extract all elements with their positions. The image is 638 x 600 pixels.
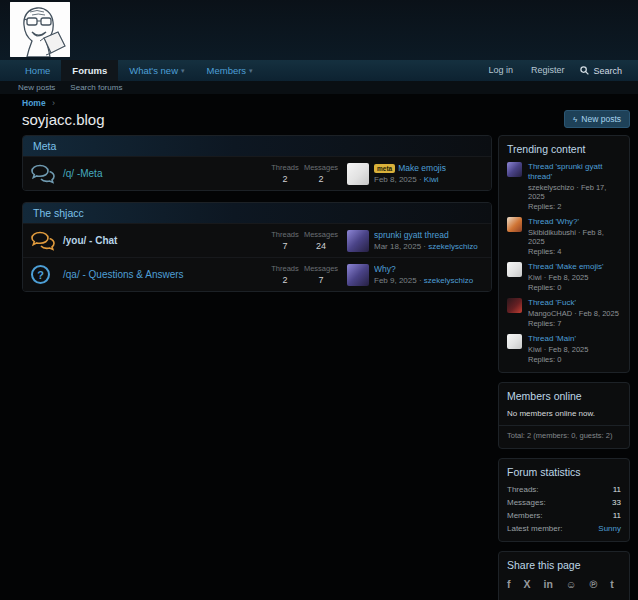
- sidebar: Trending content Thread 'sprunki gyatt t…: [498, 135, 630, 600]
- trending-content-widget: Trending content Thread 'sprunki gyatt t…: [498, 135, 630, 373]
- tumblr-icon[interactable]: t: [610, 578, 614, 590]
- messages-count: 24: [303, 241, 339, 251]
- forum-link-you-chat[interactable]: /you/ - Chat: [63, 235, 117, 246]
- avatar[interactable]: [507, 298, 522, 313]
- trending-item-text: Thread 'Fuck' MangoCHAD · Feb 8, 2025 Re…: [528, 298, 619, 328]
- nav-tab-forums[interactable]: Forums: [61, 60, 118, 81]
- trending-item-text: Thread 'Why?' Skibidikubushi · Feb 8, 20…: [528, 217, 621, 256]
- site-logo[interactable]: [10, 2, 70, 57]
- latest-post-cell: Why? Feb 9, 2025 · szekelyschizo: [347, 264, 483, 286]
- pinterest-icon[interactable]: ℗: [590, 578, 598, 590]
- breadcrumb-home-link[interactable]: Home: [22, 98, 46, 108]
- reddit-icon[interactable]: ☺: [566, 578, 577, 590]
- forum-statistics-title: Forum statistics: [507, 466, 621, 478]
- trending-item-replies: Replies: 7: [528, 319, 619, 328]
- messages-count: 7: [303, 275, 339, 285]
- stat-row-threads: Threads: 11: [507, 485, 621, 494]
- forum-link-qa[interactable]: /qa/ - Questions & Answers: [63, 269, 184, 280]
- latest-post-text: metaMake emojis Feb 8, 2025 · Kiwi: [374, 163, 446, 184]
- category-the-shjacc-header[interactable]: The shjacc: [23, 203, 491, 223]
- latest-post-text: Why? Feb 9, 2025 · szekelyschizo: [374, 264, 473, 285]
- latest-thread-link[interactable]: Make emojis: [398, 163, 446, 173]
- latest-thread-link[interactable]: Why?: [374, 264, 396, 274]
- trending-thread-link[interactable]: Thread 'Make emojis': [528, 262, 604, 272]
- latest-member-link[interactable]: Sunny: [598, 524, 621, 533]
- avatar[interactable]: [507, 334, 522, 349]
- trending-item-meta: Kiwi · Feb 8, 2025: [528, 345, 588, 354]
- trending-item-replies: Replies: 2: [528, 202, 621, 211]
- latest-post-user-link[interactable]: szekelyschizo: [428, 242, 477, 251]
- threads-label: Threads: [267, 264, 303, 273]
- trending-item: Thread 'Fuck' MangoCHAD · Feb 8, 2025 Re…: [507, 298, 621, 328]
- node-title-wrap: /qa/ - Questions & Answers: [63, 269, 267, 280]
- threads-stat: Threads 7: [267, 230, 303, 251]
- search-icon: [580, 66, 589, 75]
- forum-statistics-widget: Forum statistics Threads: 11 Messages: 3…: [498, 458, 630, 542]
- nav-account-area: Log in Register Search: [480, 60, 638, 81]
- breadcrumb: Home ›: [22, 98, 638, 108]
- trending-item-text: Thread 'Main' Kiwi · Feb 8, 2025 Replies…: [528, 334, 588, 364]
- nav-tab-members[interactable]: Members▾: [196, 60, 264, 81]
- avatar[interactable]: [347, 163, 369, 185]
- trending-item: Thread 'Main' Kiwi · Feb 8, 2025 Replies…: [507, 334, 621, 364]
- share-this-page-widget: Share this page f X in ☺ ℗ t ✆ ✉ ∞: [498, 551, 630, 600]
- breadcrumb-arrow-icon: ›: [52, 98, 55, 108]
- soyjak-logo-image: [10, 2, 70, 57]
- nav-tab-home[interactable]: Home: [14, 60, 61, 81]
- subnav-search-forums[interactable]: Search forums: [70, 83, 122, 92]
- register-button[interactable]: Register: [523, 60, 573, 81]
- latest-thread-link[interactable]: sprunki gyatt thread: [374, 230, 449, 240]
- trending-thread-link[interactable]: Thread 'Fuck': [528, 298, 619, 308]
- log-in-button[interactable]: Log in: [480, 60, 521, 81]
- trending-thread-link[interactable]: Thread 'sprunki gyatt thread': [528, 162, 621, 182]
- category-meta: Meta /q/ -Meta Threads 2: [22, 135, 492, 191]
- latest-post-user-link[interactable]: szekelyschizo: [424, 276, 473, 285]
- messages-stat: Messages 24: [303, 230, 339, 251]
- threads-stat: Threads 2: [267, 163, 303, 184]
- avatar[interactable]: [347, 230, 369, 252]
- subnav-new-posts[interactable]: New posts: [18, 83, 55, 92]
- latest-post-date: Feb 9, 2025 ·: [374, 276, 422, 285]
- nav-tab-whats-new[interactable]: What's new▾: [118, 60, 195, 81]
- messages-count: 2: [303, 174, 339, 184]
- messages-stat: Messages 7: [303, 264, 339, 285]
- trending-item-meta: Kiwi · Feb 8, 2025: [528, 273, 604, 282]
- stat-row-messages: Messages: 33: [507, 498, 621, 507]
- trending-content-title: Trending content: [507, 143, 621, 155]
- trending-item-meta: Skibidikubushi · Feb 8, 2025: [528, 228, 621, 246]
- search-button[interactable]: Search: [574, 66, 628, 76]
- avatar[interactable]: [507, 162, 522, 177]
- threads-label: Threads: [267, 163, 303, 172]
- stat-value: 11: [613, 511, 621, 520]
- nav-home-label: Home: [25, 60, 50, 81]
- latest-post-user-link[interactable]: Kiwi: [424, 175, 439, 184]
- latest-post-cell: metaMake emojis Feb 8, 2025 · Kiwi: [347, 163, 483, 185]
- x-twitter-icon[interactable]: X: [524, 578, 531, 590]
- share-title: Share this page: [507, 559, 621, 571]
- trending-item-meta: szekelyschizo · Feb 17, 2025: [528, 183, 621, 201]
- avatar[interactable]: [347, 264, 369, 286]
- stat-value: 11: [613, 485, 621, 494]
- chat-bubbles-icon: [31, 164, 55, 184]
- chevron-down-icon: ▾: [181, 60, 185, 81]
- members-online-widget: Members online No members online now. To…: [498, 382, 630, 449]
- facebook-icon[interactable]: f: [507, 578, 511, 590]
- avatar[interactable]: [507, 217, 522, 232]
- trending-thread-link[interactable]: Thread 'Main': [528, 334, 588, 344]
- threads-label: Threads: [267, 230, 303, 239]
- category-meta-header[interactable]: Meta: [23, 136, 491, 156]
- linkedin-icon[interactable]: in: [544, 578, 553, 590]
- title-row: soyjacc.blog ϟ New posts: [22, 110, 630, 128]
- trending-item-replies: Replies: 0: [528, 283, 604, 292]
- search-label: Search: [593, 66, 622, 76]
- sub-navigation: New posts Search forums: [0, 81, 638, 94]
- new-posts-button[interactable]: ϟ New posts: [564, 110, 630, 128]
- trending-item: Thread 'Make emojis' Kiwi · Feb 8, 2025 …: [507, 262, 621, 292]
- chat-bubbles-unread-icon: [31, 231, 55, 251]
- avatar[interactable]: [507, 262, 522, 277]
- chevron-down-icon: ▾: [249, 60, 253, 81]
- trending-thread-link[interactable]: Thread 'Why?': [528, 217, 621, 227]
- nav-whats-new-label: What's new: [129, 60, 178, 81]
- forum-link-q-meta[interactable]: /q/ -Meta: [63, 168, 102, 179]
- forum-node-you: /you/ - Chat Threads 7 Messages 24 sprun…: [23, 223, 491, 257]
